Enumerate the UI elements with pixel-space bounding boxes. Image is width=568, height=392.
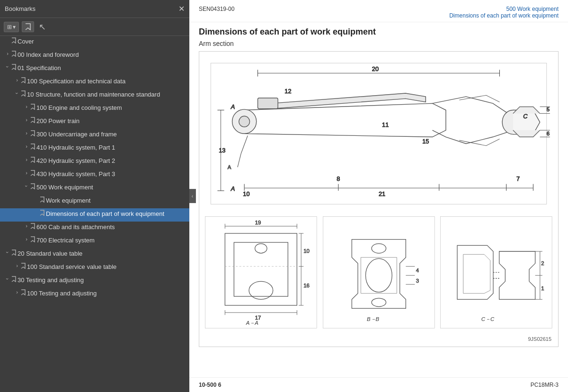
item-label-10-struct: 10 Structure, function and maintenance s… xyxy=(27,90,160,99)
item-label-dims-work: Dimensions of each part of work equipmen… xyxy=(46,210,164,218)
sidebar-header: Bookmarks ✕ xyxy=(0,0,189,18)
tree-item-300-under[interactable]: 300 Undercarriage and frame xyxy=(0,129,189,142)
dim-8: 8 xyxy=(337,175,340,182)
aa-section: 19 10 16 xyxy=(204,215,318,331)
doc-sub-title: Arm section xyxy=(199,40,559,47)
expander-430-hyd3 xyxy=(23,170,30,176)
dim-7: 7 xyxy=(516,175,520,182)
bookmark-icon-300-under xyxy=(30,130,35,136)
bookmark-icon-00-index xyxy=(11,51,16,57)
bookmark-icon-500-work xyxy=(30,183,35,189)
aa-label: A－A xyxy=(246,320,258,326)
bookmark-icon-10-struct xyxy=(21,90,26,97)
bookmark-icon-100-std-svc xyxy=(21,263,26,269)
tree-item-00-index[interactable]: 00 Index and foreword xyxy=(0,49,189,62)
tree-item-430-hyd3[interactable]: 430 Hydraulic system, Part 3 xyxy=(0,169,189,182)
tree-item-01-spec[interactable]: 01 Specification xyxy=(0,62,189,76)
bookmark-icon-01-spec xyxy=(11,64,16,70)
expander-500-work xyxy=(23,183,30,189)
arm-diagram-top: 20 5 6 13 A A xyxy=(204,56,553,211)
item-label-100-std-svc: 100 Standard service value table xyxy=(27,263,116,271)
collapse-sidebar-button[interactable]: ‹ xyxy=(189,189,196,203)
dim-20: 20 xyxy=(372,65,379,72)
bookmark-icon-200-power xyxy=(30,117,35,123)
item-label-420-hyd2: 420 Hydraulic system, Part 2 xyxy=(36,157,115,165)
footer-page: 10-500 6 xyxy=(199,382,221,388)
tree-item-600-cab[interactable]: 600 Cab and its attachments xyxy=(0,222,189,235)
expander-20-std xyxy=(4,249,11,255)
bookmark-icon-410-hyd1 xyxy=(30,143,35,150)
footer-model: PC18MR-3 xyxy=(531,382,559,388)
cc-section: 2 1 C－C xyxy=(439,215,553,331)
sidebar-tree: Cover 00 Index and foreword 01 Specifica… xyxy=(0,36,189,392)
tree-item-100-spec-tech[interactable]: 100 Specification and technical data xyxy=(0,76,189,89)
view-button[interactable]: ⊞ ▾ xyxy=(4,22,19,32)
bookmark-view-button[interactable] xyxy=(22,21,34,32)
expander-420-hyd2 xyxy=(23,157,30,162)
bookmark-icon-430-hyd3 xyxy=(30,170,35,176)
item-label-200-power: 200 Power train xyxy=(36,117,80,125)
bookmark-icon-600-cab xyxy=(30,223,35,229)
dim-16: 16 xyxy=(303,283,310,288)
main-content: SEN04319-00 500 Work equipment Dimension… xyxy=(189,0,568,392)
bb-diagram: 4 3 B－B xyxy=(322,215,436,330)
item-label-00-index: 00 Index and foreword xyxy=(18,51,79,59)
tree-item-500-work[interactable]: 500 Work equipment xyxy=(0,182,189,195)
tree-item-10-struct[interactable]: 10 Structure, function and maintenance s… xyxy=(0,89,189,102)
tree-item-work-equip[interactable]: Work equipment xyxy=(0,195,189,208)
svg-point-43 xyxy=(372,298,386,307)
item-label-100-engine: 100 Engine and cooling system xyxy=(36,104,122,112)
bookmark-icon-work-equip xyxy=(40,196,44,203)
tree-item-700-elec[interactable]: 700 Electrical system xyxy=(0,235,189,248)
expander-work-equip xyxy=(32,196,40,202)
section-title: 500 Work equipment xyxy=(449,6,559,12)
dim-6: 6 xyxy=(547,131,550,136)
bookmark-icon-100-engine xyxy=(30,104,35,110)
expander-100-test-adj xyxy=(13,289,21,295)
tree-item-100-std-svc[interactable]: 100 Standard service value table xyxy=(0,261,189,275)
item-label-20-std: 20 Standard value table xyxy=(18,249,82,258)
tree-item-30-test[interactable]: 30 Testing and adjusting xyxy=(0,275,189,288)
tree-item-420-hyd2[interactable]: 420 Hydraulic system, Part 2 xyxy=(0,155,189,169)
tree-item-20-std[interactable]: 20 Standard value table xyxy=(0,248,189,261)
dim-11: 11 xyxy=(382,121,389,128)
dim-15: 15 xyxy=(422,138,429,145)
bookmark-icon-cover xyxy=(11,37,16,44)
item-label-500-work: 500 Work equipment xyxy=(36,183,93,192)
dim-4-bb: 4 xyxy=(416,268,419,274)
svg-line-21 xyxy=(241,135,248,153)
bookmark-icon-30-test xyxy=(11,276,16,282)
item-label-100-test-adj: 100 Testing and adjusting xyxy=(27,289,97,298)
tree-item-200-power[interactable]: 200 Power train xyxy=(0,116,189,129)
item-label-700-elec: 700 Electrical system xyxy=(36,236,95,245)
tree-item-dims-work[interactable]: Dimensions of each part of work equipmen… xyxy=(0,208,189,222)
dim-A2: A xyxy=(231,185,235,192)
grid-icon: ⊞ xyxy=(7,24,12,30)
expander-10-struct xyxy=(13,90,21,96)
dim-5: 5 xyxy=(547,107,550,112)
item-label-30-test: 30 Testing and adjusting xyxy=(18,276,84,285)
dim-21: 21 xyxy=(379,190,385,197)
expander-dims-work xyxy=(32,210,40,215)
close-button[interactable]: ✕ xyxy=(178,5,185,13)
doc-footer: 10-500 6 PC18MR-3 xyxy=(189,377,568,392)
doc-id: SEN04319-00 xyxy=(199,6,234,12)
tree-item-100-engine[interactable]: 100 Engine and cooling system xyxy=(0,102,189,116)
tree-item-410-hyd1[interactable]: 410 Hydraulic system, Part 1 xyxy=(0,142,189,155)
expander-100-engine xyxy=(23,104,30,109)
expander-300-under xyxy=(23,130,30,136)
sidebar-title: Bookmarks xyxy=(5,5,36,12)
svg-rect-24 xyxy=(225,233,297,305)
expander-100-std-svc xyxy=(13,263,21,268)
cursor-icon: ↖ xyxy=(39,22,46,32)
item-label-600-cab: 600 Cab and its attachments xyxy=(36,223,115,232)
cc-diagram: 2 1 C－C xyxy=(439,215,553,330)
bookmark-icon-420-hyd2 xyxy=(30,157,35,163)
expander-01-spec xyxy=(4,64,11,70)
svg-line-22 xyxy=(238,154,241,167)
aa-diagram: 19 10 16 xyxy=(204,215,318,330)
tree-item-cover[interactable]: Cover xyxy=(0,36,189,49)
sidebar-toolbar: ⊞ ▾ ↖ xyxy=(0,18,189,36)
tree-item-100-test-adj[interactable]: 100 Testing and adjusting xyxy=(0,288,189,301)
item-label-100-spec-tech: 100 Specification and technical data xyxy=(27,77,125,86)
